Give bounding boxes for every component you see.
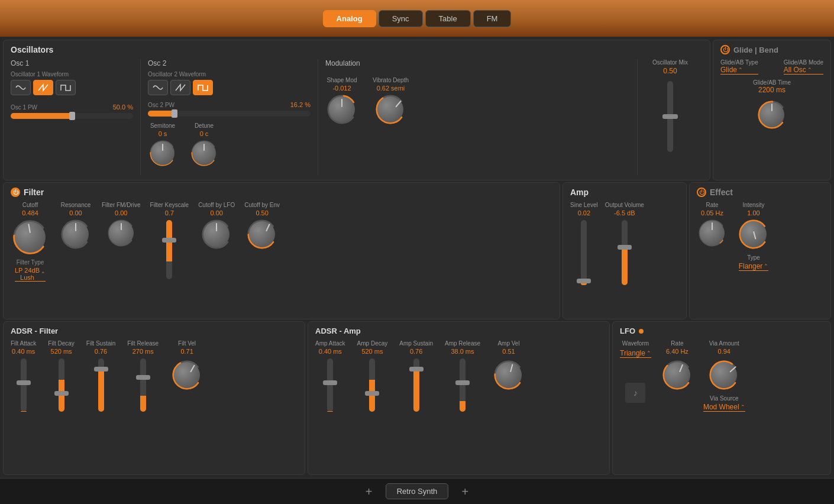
filter-type-label: Filter Type (17, 259, 44, 266)
lfo-rate-knob[interactable] (661, 358, 694, 392)
glide-power-btn[interactable]: ⏻ (720, 45, 730, 54)
amp-vel-value: 0.51 (502, 348, 515, 355)
instrument-btn[interactable]: Retro Synth (386, 483, 449, 499)
osc2-pw-label: Osc 2 PW (148, 102, 174, 108)
fm-drive-label: Filter FM/Drive (102, 202, 141, 208)
amp-vel-knob[interactable] (492, 358, 525, 392)
filt-decay-value: 520 ms (51, 348, 72, 355)
semitone-knob[interactable] (148, 138, 177, 168)
lfo-via-amount-knob[interactable] (707, 358, 741, 392)
amp-decay-slider[interactable] (369, 358, 375, 412)
effect-intensity-knob[interactable] (737, 218, 770, 251)
cutoff-value: 0.484 (22, 209, 38, 217)
filt-decay-group: Filt Decay 520 ms (48, 340, 74, 412)
lfo-waveform-group: Waveform Triangle ⌃ ♪ (620, 340, 651, 403)
glide-bend-section: ⏻ Glide | Bend Glide/AB Type Glide ⌃ Gli… (713, 40, 831, 180)
adsr-amp-title: ADSR - Amp (315, 327, 361, 335)
osc2-waveform-btns (148, 80, 311, 95)
amp-sustain-slider[interactable] (413, 358, 419, 412)
effect-rate-group: Rate 0.05 Hz (697, 202, 728, 248)
cutoff-knob[interactable] (11, 218, 50, 257)
filt-decay-slider[interactable] (59, 358, 64, 412)
glide-mode-label: Glide/AB Mode (784, 59, 823, 66)
osc1-pw-slider[interactable] (11, 113, 133, 119)
osc1-wave-saw[interactable] (33, 80, 53, 95)
output-volume-slider[interactable] (622, 220, 628, 285)
fm-drive-knob[interactable] (106, 218, 137, 248)
amp-sustain-label: Amp Sustain (399, 340, 433, 347)
tab-sync[interactable]: Sync (379, 10, 423, 27)
osc1-wave-sine[interactable] (11, 80, 31, 95)
effect-type-select[interactable]: Flanger ⌃ (739, 262, 769, 271)
glide-type-select[interactable]: Glide ⌃ (720, 66, 758, 75)
filt-attack-slider[interactable] (21, 358, 27, 412)
keyscale-slider[interactable] (166, 220, 172, 279)
oscillators-title: Oscillators (11, 45, 53, 54)
lfo-waveform-value: Triangle (620, 349, 645, 357)
osc-mix-panel: Oscillator Mix 0.50 (638, 59, 703, 175)
add-left-btn[interactable]: + (362, 484, 376, 499)
filter-power-btn[interactable]: ⏻ (11, 188, 20, 197)
amp-attack-slider[interactable] (327, 358, 333, 412)
osc-mix-slider[interactable] (667, 81, 673, 152)
filt-sustain-slider[interactable] (98, 358, 104, 412)
filt-attack-label: Filt Attack (11, 340, 36, 347)
filt-release-slider[interactable] (140, 358, 146, 412)
cutoff-env-knob[interactable] (245, 218, 279, 251)
glide-type-label: Glide/AB Type (720, 59, 758, 66)
tab-table[interactable]: Table (425, 10, 471, 27)
osc2-wave-square[interactable] (193, 80, 213, 95)
glide-mode-select[interactable]: All Osc ⌃ (784, 66, 823, 75)
detune-knob[interactable] (189, 138, 219, 168)
amp-release-slider[interactable] (460, 358, 466, 412)
osc-mix-label: Oscillator Mix (652, 59, 688, 66)
osc1-wave-square[interactable] (56, 80, 76, 95)
lfo-active-indicator (639, 329, 644, 334)
effect-rate-knob[interactable] (697, 218, 728, 248)
osc1-panel: Osc 1 Oscillator 1 Waveform (11, 59, 141, 175)
detune-value: 0 c (200, 130, 209, 137)
glide-mode-group: Glide/AB Mode All Osc ⌃ (784, 59, 823, 75)
filter-type-chevron: ⌃ (41, 271, 46, 277)
filter-section: ⏻ Filter Cutoff 0.484 (3, 182, 560, 319)
lfo-waveform-select[interactable]: Triangle ⌃ (620, 349, 651, 358)
modulation-panel: Modulation Shape Mod -0.012 (318, 59, 638, 175)
fm-drive-group: Filter FM/Drive 0.00 (102, 202, 141, 248)
output-volume-label: Output Volume (605, 202, 644, 208)
cutoff-lfo-knob[interactable] (200, 218, 233, 251)
effect-intensity-label: Intensity (742, 202, 764, 208)
shape-mod-knob[interactable] (325, 93, 358, 126)
resonance-knob[interactable] (59, 218, 92, 251)
filt-sustain-label: Filt Sustain (86, 340, 115, 347)
filt-vel-label: Filt Vel (178, 340, 196, 347)
amp-release-group: Amp Release 38.0 ms (445, 340, 480, 412)
semitone-value: 0 s (159, 130, 167, 137)
tab-analog[interactable]: Analog (323, 10, 376, 27)
effect-power-btn[interactable]: ⏻ (697, 188, 706, 197)
glide-mode-chevron: ⌃ (807, 67, 812, 73)
osc2-wave-sine[interactable] (148, 80, 168, 95)
tab-fm[interactable]: FM (473, 10, 512, 27)
vibrato-depth-knob[interactable] (374, 93, 407, 126)
lfo-via-amount-value: 0.94 (718, 348, 730, 355)
effect-type-value: Flanger (739, 262, 763, 270)
effect-intensity-value: 1.00 (747, 209, 759, 217)
effect-section: ⏻ Effect Rate 0.05 Hz (689, 182, 831, 319)
add-right-btn[interactable]: + (458, 484, 472, 499)
osc2-pw-value: 16.2 % (290, 101, 311, 108)
osc2-wave-saw[interactable] (170, 80, 190, 95)
sine-level-slider[interactable] (581, 220, 587, 285)
lfo-via-source-chevron: ⌃ (741, 404, 745, 410)
output-volume-value: -6.5 dB (614, 209, 635, 217)
lfo-note-btn[interactable]: ♪ (625, 383, 645, 403)
filt-release-label: Filt Release (127, 340, 159, 347)
lfo-via-source-select[interactable]: Mod Wheel ⌃ (703, 403, 745, 412)
amp-decay-label: Amp Decay (357, 340, 388, 347)
lfo-via-source-label: Via Source (710, 395, 739, 402)
effect-type-label: Type (747, 254, 760, 261)
osc2-pw-slider[interactable] (148, 111, 311, 117)
glide-time-knob[interactable] (756, 99, 788, 131)
filt-vel-knob[interactable] (170, 358, 203, 392)
filter-type-select[interactable]: LP 24dBLush ⌃ (15, 267, 46, 282)
effect-title: Effect (710, 188, 733, 197)
